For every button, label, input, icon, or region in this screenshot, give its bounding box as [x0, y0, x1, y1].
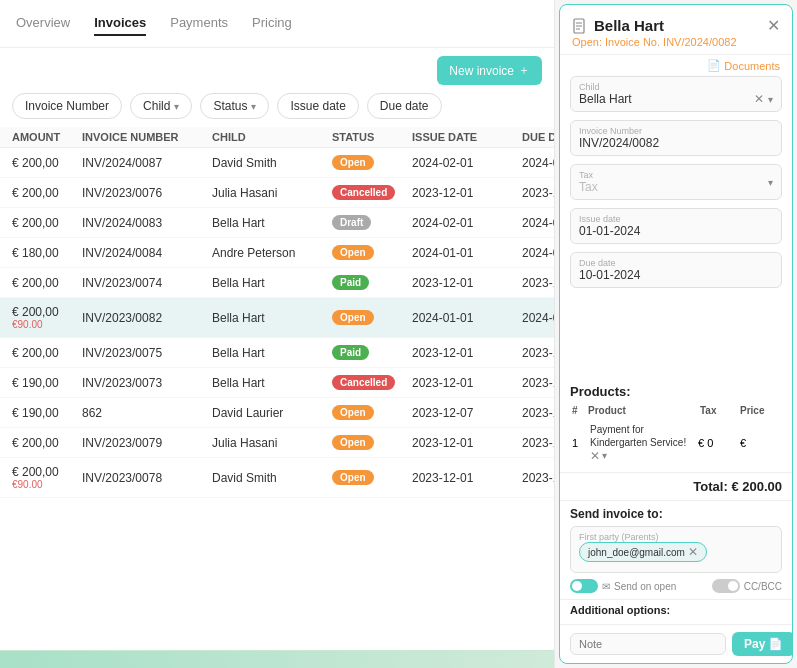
tax-field[interactable]: Tax Tax ▾ [570, 164, 782, 200]
email-tag: john_doe@gmail.com ✕ [579, 542, 707, 562]
send-on-open-toggle[interactable] [570, 579, 598, 593]
table-row[interactable]: € 200,00 INV/2024/0087 David Smith Open … [0, 148, 554, 178]
status-badge: Cancelled [332, 185, 395, 200]
invoice-table-body: € 200,00 INV/2024/0087 David Smith Open … [0, 148, 554, 650]
nav-tabs: Overview Invoices Payments Pricing [0, 0, 554, 48]
due-date-field: Due date 10-01-2024 [570, 252, 782, 288]
table-row[interactable]: € 200,00 €90.00 INV/2023/0082 Bella Hart… [0, 298, 554, 338]
close-button[interactable]: ✕ [767, 18, 780, 34]
pay-button[interactable]: Pay 📄 [732, 632, 793, 656]
issue-date-field: Issue date 01-01-2024 [570, 208, 782, 244]
amount-cell: € 200,00 €90.00 [12, 465, 82, 490]
filter-issue-date[interactable]: Issue date [277, 93, 358, 119]
send-title: Send invoice to: [570, 507, 782, 521]
table-row[interactable]: € 190,00 862 David Laurier Open 2023-12-… [0, 398, 554, 428]
cc-bcc-toggle[interactable] [712, 579, 740, 593]
amount-cell: € 200,00 [12, 186, 82, 200]
total-bar: Total: € 200.00 [560, 472, 792, 500]
amount-cell: € 200,00 [12, 276, 82, 290]
table-row[interactable]: € 180,00 INV/2024/0084 Andre Peterson Op… [0, 238, 554, 268]
status-badge: Cancelled [332, 375, 395, 390]
additional-options-section: Additional options: [560, 599, 792, 624]
bottom-actions: Pay 📄 Cancel 🗑 [560, 624, 792, 663]
plus-icon: ＋ [518, 62, 530, 79]
table-row[interactable]: € 200,00 €90.00 INV/2023/0078 David Smit… [0, 458, 554, 498]
table-row[interactable]: € 200,00 INV/2023/0079 Julia Hasani Open… [0, 428, 554, 458]
products-header: # Product Tax Price [570, 405, 782, 416]
status-badge: Open [332, 405, 374, 420]
docs-link[interactable]: 📄 Documents [560, 55, 792, 76]
products-section: Products: # Product Tax Price 1 Payment … [560, 378, 792, 472]
right-title: Bella Hart [572, 17, 664, 34]
amount-cell: € 200,00 [12, 216, 82, 230]
table-header: AMOUNT INVOICE NUMBER CHILD STATUS ISSUE… [0, 127, 554, 148]
amount-cell: € 200,00 [12, 436, 82, 450]
send-section: Send invoice to: First party (Parents) j… [560, 500, 792, 600]
amount-cell: € 190,00 [12, 406, 82, 420]
right-panel: Bella Hart ✕ Open: Invoice No. INV/2024/… [559, 4, 793, 664]
envelope-icon: ✉ [602, 581, 610, 592]
amount-cell: € 200,00 [12, 156, 82, 170]
status-badge: Open [332, 245, 374, 260]
pay-icon: 📄 [768, 637, 783, 651]
doc-icon: 📄 [707, 59, 721, 72]
filters-bar: Invoice Number Child ▾ Status ▾ Issue da… [0, 93, 554, 127]
table-row[interactable]: € 190,00 INV/2023/0073 Bella Hart Cancel… [0, 368, 554, 398]
tax-dropdown-icon[interactable]: ▾ [768, 177, 773, 188]
status-badge: Open [332, 155, 374, 170]
tab-pricing[interactable]: Pricing [252, 11, 292, 36]
toolbar: New invoice ＋ [0, 48, 554, 93]
child-clear-button[interactable]: ✕ [754, 92, 764, 106]
toggle-row: ✉ Send on open CC/BCC [570, 579, 782, 593]
tab-payments[interactable]: Payments [170, 11, 228, 36]
product-dropdown-icon[interactable]: ▾ [602, 450, 607, 461]
chevron-down-icon: ▾ [251, 101, 256, 112]
filter-invoice-number[interactable]: Invoice Number [12, 93, 122, 119]
bottom-bar [0, 650, 554, 668]
table-row[interactable]: € 200,00 INV/2023/0076 Julia Hasani Canc… [0, 178, 554, 208]
status-badge: Paid [332, 275, 369, 290]
invoice-number-field: Invoice Number INV/2024/0082 [570, 120, 782, 156]
table-row[interactable]: € 200,00 INV/2024/0083 Bella Hart Draft … [0, 208, 554, 238]
product-row: 1 Payment for Kindergarten Service! ✕ ▾ … [570, 420, 782, 466]
filter-status[interactable]: Status ▾ [200, 93, 269, 119]
status-badge: Open [332, 470, 374, 485]
new-invoice-button[interactable]: New invoice ＋ [437, 56, 542, 85]
form-section: Child Bella Hart ✕ ▾ Invoice Number INV/… [560, 76, 792, 378]
amount-cell: € 180,00 [12, 246, 82, 260]
right-header: Bella Hart ✕ Open: Invoice No. INV/2024/… [560, 5, 792, 55]
email-remove-button[interactable]: ✕ [688, 545, 698, 559]
table-row[interactable]: € 200,00 INV/2023/0075 Bella Hart Paid 2… [0, 338, 554, 368]
status-badge: Open [332, 435, 374, 450]
products-title: Products: [570, 384, 782, 399]
tab-invoices[interactable]: Invoices [94, 11, 146, 36]
status-badge: Open [332, 310, 374, 325]
filter-child[interactable]: Child ▾ [130, 93, 192, 119]
right-subtitle: Open: Invoice No. INV/2024/0082 [572, 36, 780, 48]
child-field: Child Bella Hart ✕ ▾ [570, 76, 782, 112]
tab-overview[interactable]: Overview [16, 11, 70, 36]
note-input[interactable] [570, 633, 726, 655]
filter-due-date[interactable]: Due date [367, 93, 442, 119]
left-panel: Overview Invoices Payments Pricing New i… [0, 0, 555, 668]
amount-cell: € 190,00 [12, 376, 82, 390]
product-remove-button[interactable]: ✕ [590, 449, 600, 463]
chevron-down-icon: ▾ [174, 101, 179, 112]
invoice-icon [572, 18, 588, 34]
child-dropdown-icon[interactable]: ▾ [768, 94, 773, 105]
status-badge: Draft [332, 215, 371, 230]
new-invoice-label: New invoice [449, 64, 514, 78]
status-badge: Paid [332, 345, 369, 360]
amount-cell: € 200,00 [12, 346, 82, 360]
additional-title: Additional options: [570, 604, 782, 616]
table-row[interactable]: € 200,00 INV/2023/0074 Bella Hart Paid 2… [0, 268, 554, 298]
amount-cell: € 200,00 €90.00 [12, 305, 82, 330]
